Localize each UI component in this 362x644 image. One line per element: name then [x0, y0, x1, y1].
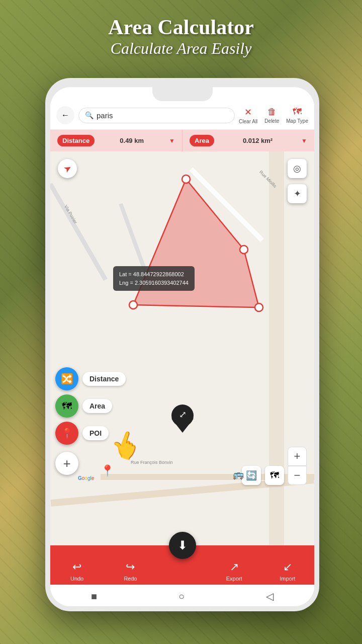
svg-marker-6: [171, 419, 194, 433]
map-type-icon: 🗺: [293, 107, 302, 117]
search-box: 🔍: [78, 108, 235, 123]
tooltip-lat: Lat = 48.84472922868002: [119, 270, 189, 279]
import-button[interactable]: ↙ Import: [273, 560, 303, 582]
location-button[interactable]: ◎: [288, 159, 307, 178]
compass-button[interactable]: ➤: [58, 159, 77, 178]
area-tool-icon: 🗺: [55, 394, 78, 418]
map-polygon-svg: [50, 151, 314, 545]
export-icon: ↗: [230, 560, 239, 574]
nav-back-button[interactable]: ◁: [266, 590, 274, 602]
google-maps-button[interactable]: 🗺: [265, 466, 284, 485]
clear-all-icon: ✕: [244, 107, 252, 118]
distance-stat[interactable]: Distance 0.49 km ▼: [50, 130, 183, 151]
area-label: Area: [190, 135, 214, 146]
area-icon: 🗺: [62, 400, 72, 412]
redo-icon: ↪: [126, 560, 135, 574]
zoom-buttons: + −: [288, 447, 307, 485]
stats-bar: Distance 0.49 km ▼ Area 0.012 km² ▼: [50, 130, 314, 151]
directions-icon: 🔄: [246, 470, 257, 481]
distance-tool-label: Distance: [82, 372, 126, 386]
clear-all-label: Clear All: [239, 119, 257, 124]
bus-stop-icon: 🚌: [233, 469, 244, 480]
svg-point-2: [240, 246, 248, 254]
area-stat[interactable]: Area 0.012 km² ▼: [183, 130, 314, 151]
nav-circle-button[interactable]: ○: [178, 591, 185, 602]
back-button[interactable]: ←: [56, 106, 74, 124]
google-maps-icon: 🗺: [270, 470, 279, 481]
add-icon: +: [63, 456, 70, 471]
poi-tool-label: POI: [82, 426, 109, 440]
toolbar-actions: ✕ Clear All 🗑 Delete 🗺 Map Type: [239, 107, 308, 124]
download-button[interactable]: ⬇: [169, 532, 196, 559]
move-icon: ✦: [294, 188, 301, 199]
phone-notch: [152, 87, 213, 101]
map-area[interactable]: Rue Miollis Via Poirier Rue François Bon…: [50, 151, 314, 545]
download-icon: ⬇: [177, 538, 188, 552]
poi-icon: 📍: [61, 427, 73, 439]
export-label: Export: [226, 576, 242, 582]
search-icon: 🔍: [85, 111, 94, 119]
zoom-in-button[interactable]: +: [288, 447, 307, 466]
directions-button[interactable]: 🔄: [242, 466, 261, 485]
compass-icon: ➤: [61, 162, 73, 176]
undo-label: Undo: [70, 576, 83, 582]
app-subtitle: Calculate Area Easily: [0, 39, 362, 58]
distance-arrow: ▼: [169, 137, 175, 144]
delete-label: Delete: [264, 118, 279, 124]
export-button[interactable]: ↗ Export: [219, 560, 249, 582]
import-icon: ↙: [283, 560, 292, 574]
redo-label: Redo: [124, 576, 137, 582]
app-title: Area Calculator: [0, 15, 362, 39]
area-tool[interactable]: 🗺 Area: [55, 394, 126, 418]
svg-point-4: [129, 301, 137, 309]
location-pin: 📍: [101, 464, 114, 477]
map-tooltip: Lat = 48.84472922868002 Lng = 2.30591603…: [113, 266, 195, 291]
move-drop-icon: ⤢: [171, 405, 194, 435]
delete-icon: 🗑: [267, 107, 277, 117]
nav-bar: ■ ○ ◁: [50, 585, 314, 606]
distance-icon: 🔀: [61, 373, 73, 385]
distance-tool[interactable]: 🔀 Distance: [55, 367, 126, 390]
toolbar: ← 🔍 ✕ Clear All 🗑 Delete 🗺: [50, 101, 314, 130]
google-label: Google: [78, 475, 94, 481]
svg-text:⤢: ⤢: [178, 410, 186, 420]
svg-point-3: [255, 303, 263, 311]
clear-all-button[interactable]: ✕ Clear All: [239, 107, 257, 124]
redo-button[interactable]: ↪ Redo: [115, 560, 145, 582]
tooltip-lng: Lng = 2.3059160393402744: [119, 279, 189, 287]
import-label: Import: [280, 576, 295, 582]
area-tool-label: Area: [82, 399, 112, 413]
map-type-label: Map Type: [286, 118, 308, 124]
undo-button[interactable]: ↩ Undo: [62, 560, 92, 582]
distance-label: Distance: [57, 135, 95, 146]
add-button[interactable]: +: [55, 452, 78, 475]
svg-point-1: [182, 175, 190, 183]
external-map-buttons: 🔄 🗺: [242, 466, 284, 485]
distance-tool-icon: 🔀: [55, 367, 78, 390]
nav-square-button[interactable]: ■: [91, 591, 97, 602]
zoom-out-button[interactable]: −: [288, 466, 307, 485]
phone-frame: ← 🔍 ✕ Clear All 🗑 Delete 🗺: [45, 78, 319, 611]
distance-value: 0.49 km: [120, 137, 144, 144]
map-type-button[interactable]: 🗺 Map Type: [286, 107, 308, 124]
delete-button[interactable]: 🗑 Delete: [264, 107, 279, 124]
undo-icon: ↩: [72, 560, 81, 574]
poi-tool-icon: 📍: [55, 422, 78, 445]
area-value: 0.012 km²: [243, 137, 273, 144]
title-area: Area Calculator Calculate Area Easily: [0, 15, 362, 58]
app-content: ← 🔍 ✕ Clear All 🗑 Delete 🗺: [50, 101, 314, 606]
location-icon: ◎: [293, 163, 301, 174]
area-arrow: ▼: [301, 137, 307, 144]
move-button[interactable]: ✦: [288, 184, 307, 203]
search-input[interactable]: [97, 111, 228, 120]
phone-inner: ← 🔍 ✕ Clear All 🗑 Delete 🗺: [50, 87, 314, 606]
